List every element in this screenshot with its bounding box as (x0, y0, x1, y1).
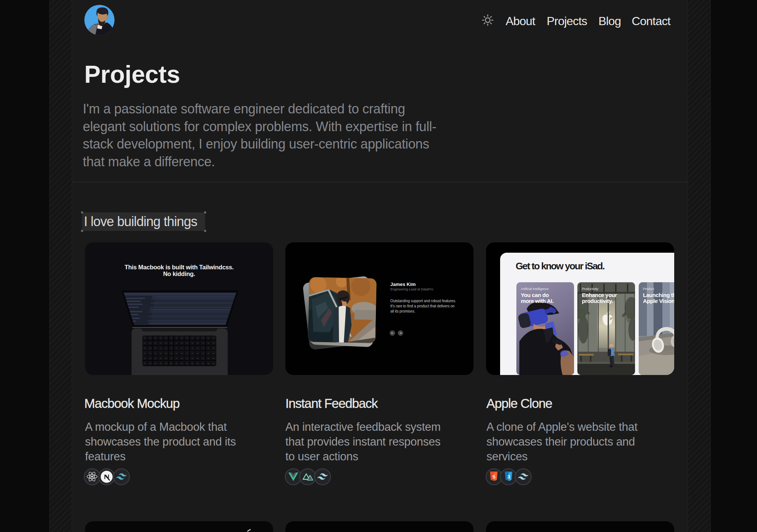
svg-text:5: 5 (493, 474, 496, 480)
svg-text:3: 3 (507, 474, 510, 480)
